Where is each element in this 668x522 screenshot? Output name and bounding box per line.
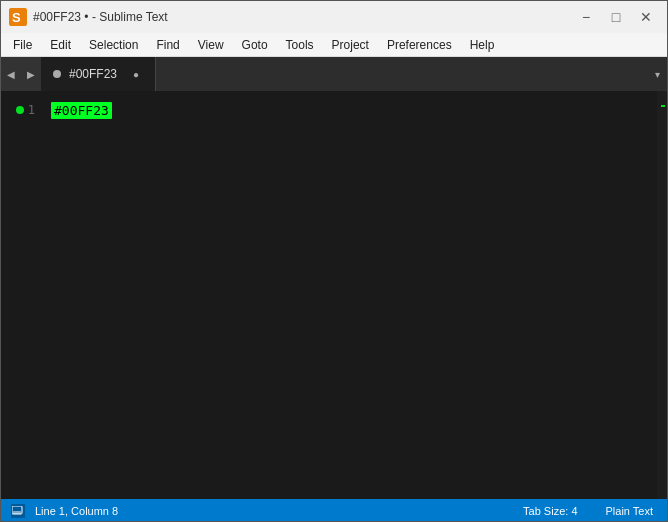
- line-number-row: 1: [1, 99, 35, 121]
- status-right: Tab Size: 4 Plain Text: [519, 505, 657, 517]
- menu-item-edit[interactable]: Edit: [42, 36, 79, 54]
- svg-text:S: S: [12, 10, 21, 25]
- status-position[interactable]: Line 1, Column 8: [31, 505, 122, 517]
- code-line-1: #00FF23: [51, 99, 651, 121]
- title-bar: S #00FF23 • - Sublime Text − □ ✕: [1, 1, 667, 33]
- editor-area: 1 #00FF23: [1, 91, 667, 499]
- menu-item-file[interactable]: File: [5, 36, 40, 54]
- status-tab-size[interactable]: Tab Size: 4: [519, 505, 581, 517]
- minimize-button[interactable]: −: [573, 7, 599, 27]
- status-bar: Line 1, Column 8 Tab Size: 4 Plain Text: [1, 499, 667, 522]
- active-tab[interactable]: #00FF23 ●: [41, 57, 156, 91]
- line-number-1: 1: [28, 103, 35, 117]
- menu-bar: FileEditSelectionFindViewGotoToolsProjec…: [1, 33, 667, 57]
- tab-dropdown-button[interactable]: ▾: [647, 57, 667, 91]
- status-icon: [11, 504, 25, 518]
- tab-bar: ◀ ▶ #00FF23 ● ▾: [1, 57, 667, 91]
- tab-next-button[interactable]: ▶: [21, 57, 41, 91]
- title-text: #00FF23 • - Sublime Text: [33, 10, 168, 24]
- menu-item-find[interactable]: Find: [148, 36, 187, 54]
- menu-item-selection[interactable]: Selection: [81, 36, 146, 54]
- tab-close-button[interactable]: ●: [129, 67, 143, 81]
- menu-item-help[interactable]: Help: [462, 36, 503, 54]
- menu-item-view[interactable]: View: [190, 36, 232, 54]
- code-area[interactable]: #00FF23: [45, 91, 657, 499]
- line-indicator: [16, 106, 24, 114]
- status-syntax[interactable]: Plain Text: [602, 505, 658, 517]
- menu-item-goto[interactable]: Goto: [234, 36, 276, 54]
- line-numbers: 1: [1, 91, 45, 499]
- title-controls: − □ ✕: [573, 7, 659, 27]
- close-button[interactable]: ✕: [633, 7, 659, 27]
- tab-modified-dot: [53, 70, 61, 78]
- menu-item-preferences[interactable]: Preferences: [379, 36, 460, 54]
- app-icon: S: [9, 8, 27, 26]
- maximize-button[interactable]: □: [603, 7, 629, 27]
- title-left: S #00FF23 • - Sublime Text: [9, 8, 168, 26]
- minimap: [657, 91, 667, 499]
- svg-rect-3: [13, 511, 21, 514]
- minimap-indicator: [661, 105, 665, 107]
- selected-code-text: #00FF23: [51, 102, 112, 119]
- status-left: Line 1, Column 8: [11, 504, 122, 518]
- tab-label: #00FF23: [69, 67, 117, 81]
- menu-item-tools[interactable]: Tools: [278, 36, 322, 54]
- tab-prev-button[interactable]: ◀: [1, 57, 21, 91]
- menu-item-project[interactable]: Project: [324, 36, 377, 54]
